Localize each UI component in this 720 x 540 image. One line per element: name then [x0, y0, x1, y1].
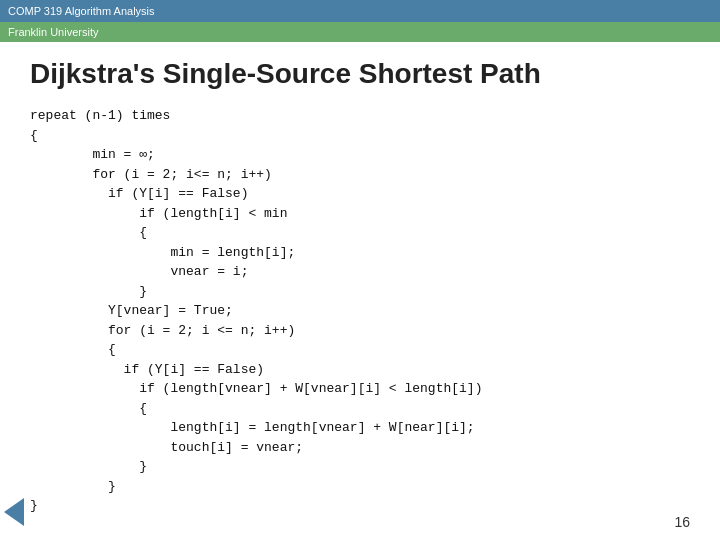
course-title: COMP 319 Algorithm Analysis: [8, 5, 155, 17]
university-bar: Franklin University: [0, 22, 720, 42]
page-number: 16: [674, 514, 690, 530]
course-title-bar: COMP 319 Algorithm Analysis: [0, 0, 720, 22]
slide-content: Dijkstra's Single-Source Shortest Path r…: [0, 42, 720, 526]
header-bar: COMP 319 Algorithm Analysis: [0, 0, 720, 22]
nav-arrow-right-container: [704, 0, 720, 22]
nav-right-arrow-icon: [704, 0, 720, 22]
code-display: repeat (n-1) times { min = ∞; for (i = 2…: [30, 106, 690, 516]
nav-left-arrow-icon[interactable]: [4, 498, 24, 526]
university-name: Franklin University: [8, 26, 98, 38]
slide-title: Dijkstra's Single-Source Shortest Path: [30, 58, 690, 90]
